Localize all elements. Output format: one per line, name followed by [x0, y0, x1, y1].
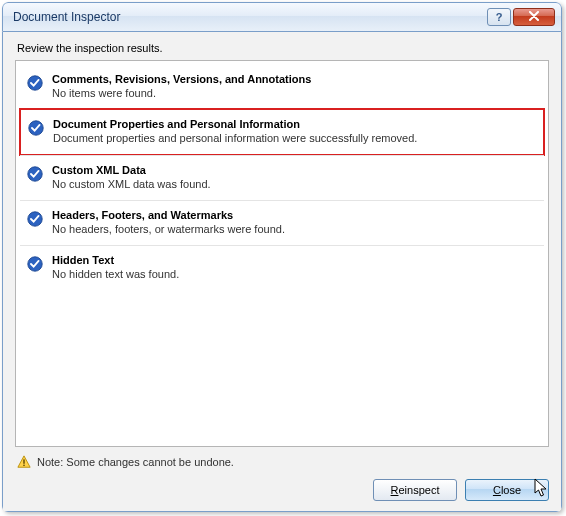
warning-icon — [17, 455, 31, 469]
titlebar-buttons: ? — [487, 8, 555, 26]
svg-rect-6 — [23, 465, 24, 466]
checkmark-icon — [26, 210, 44, 228]
result-title: Custom XML Data — [52, 164, 538, 176]
checkmark-icon — [26, 74, 44, 92]
reinspect-label: Reinspect — [391, 484, 440, 496]
result-row: Custom XML Data No custom XML data was f… — [20, 155, 544, 200]
note-row: Note: Some changes cannot be undone. — [15, 455, 549, 469]
result-desc: Document properties and personal informa… — [53, 132, 537, 144]
result-title: Headers, Footers, and Watermarks — [52, 209, 538, 221]
close-icon — [528, 10, 540, 24]
instruction-text: Review the inspection results. — [17, 42, 549, 54]
note-text: Note: Some changes cannot be undone. — [37, 456, 234, 468]
help-icon: ? — [496, 11, 503, 23]
checkmark-icon — [26, 165, 44, 183]
checkmark-icon — [27, 119, 45, 137]
result-text: Hidden Text No hidden text was found. — [52, 254, 538, 280]
dialog-window: Document Inspector ? Review the inspecti… — [2, 2, 562, 512]
reinspect-button[interactable]: Reinspect — [373, 479, 457, 501]
result-title: Comments, Revisions, Versions, and Annot… — [52, 73, 538, 85]
help-button[interactable]: ? — [487, 8, 511, 26]
result-text: Custom XML Data No custom XML data was f… — [52, 164, 538, 190]
close-label: Close — [493, 484, 521, 496]
button-row: Reinspect Close — [15, 479, 549, 501]
window-title: Document Inspector — [13, 10, 487, 24]
result-desc: No items were found. — [52, 87, 538, 99]
result-text: Comments, Revisions, Versions, and Annot… — [52, 73, 538, 99]
result-row: Headers, Footers, and Watermarks No head… — [20, 200, 544, 245]
checkmark-icon — [26, 255, 44, 273]
result-text: Document Properties and Personal Informa… — [53, 118, 537, 144]
result-text: Headers, Footers, and Watermarks No head… — [52, 209, 538, 235]
result-title: Hidden Text — [52, 254, 538, 266]
result-row: Comments, Revisions, Versions, and Annot… — [20, 65, 544, 109]
dialog-body: Review the inspection results. Comments,… — [2, 32, 562, 512]
window-close-button[interactable] — [513, 8, 555, 26]
result-desc: No custom XML data was found. — [52, 178, 538, 190]
svg-rect-5 — [23, 459, 24, 463]
result-desc: No hidden text was found. — [52, 268, 538, 280]
titlebar[interactable]: Document Inspector ? — [2, 2, 562, 32]
result-desc: No headers, footers, or watermarks were … — [52, 223, 538, 235]
result-row-highlighted: Document Properties and Personal Informa… — [19, 108, 545, 156]
result-title: Document Properties and Personal Informa… — [53, 118, 537, 130]
results-panel: Comments, Revisions, Versions, and Annot… — [15, 60, 549, 447]
result-row: Hidden Text No hidden text was found. — [20, 245, 544, 290]
footer: Note: Some changes cannot be undone. Rei… — [15, 455, 549, 501]
close-button[interactable]: Close — [465, 479, 549, 501]
